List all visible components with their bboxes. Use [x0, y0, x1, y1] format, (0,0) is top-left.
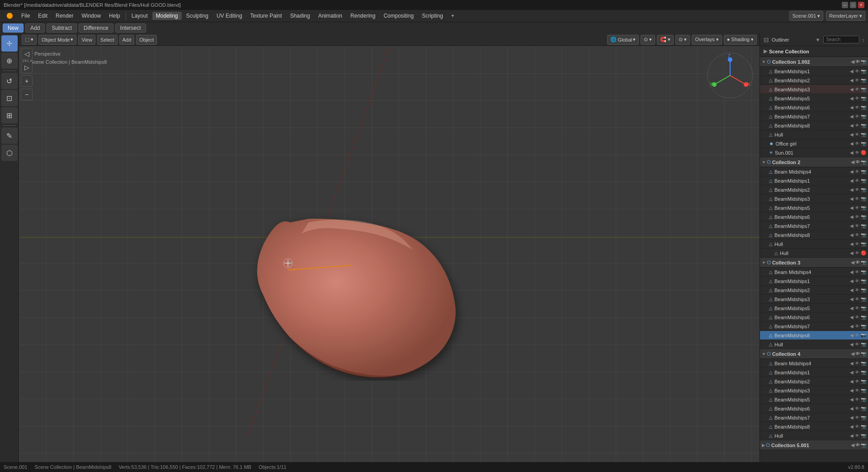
outliner-filter-icon[interactable]: ▼ — [816, 37, 821, 42]
outliner-sort-icon[interactable]: ↕ — [862, 37, 865, 42]
subtract-button[interactable]: Subtract — [47, 24, 77, 33]
col1-item-2[interactable]: △ BeamMidships3 ◀👁📷 — [760, 85, 868, 94]
col1-item-3[interactable]: △ BeamMidships5 ◀👁📷 — [760, 94, 868, 103]
editor-type-selector[interactable]: ⬚ ▾ — [22, 35, 37, 45]
col4-item-1[interactable]: △BeamMidships1◀👁📷 — [760, 368, 868, 377]
intersect-button[interactable]: Intersect — [115, 24, 146, 33]
collection-1-header[interactable]: ▼ ⬡ Collection 1.002 ◀ 👁 📷 — [760, 57, 868, 67]
menu-help[interactable]: Help — [105, 12, 124, 20]
object-menu[interactable]: Object — [136, 35, 157, 45]
view-menu[interactable]: View — [78, 35, 95, 45]
menu-texture-paint[interactable]: Texture Paint — [247, 12, 286, 20]
proportional-edit[interactable]: ⊙ ▾ — [675, 35, 690, 45]
menu-file[interactable]: File — [18, 12, 33, 20]
new-button[interactable]: New — [3, 24, 24, 33]
scene-selector[interactable]: Scene.001 ▾ — [789, 11, 824, 21]
add-menu[interactable]: Add — [119, 35, 135, 45]
item-restrict-select[interactable]: ◀ — [850, 69, 854, 74]
col2-item-1[interactable]: △BeamMidships1◀👁📷 — [760, 176, 868, 185]
collection-3-header[interactable]: ▼ ⬡ Collection 3 ◀👁📷 — [760, 258, 868, 268]
menu-render[interactable]: Render — [52, 12, 77, 20]
col3-item-4[interactable]: △BeamMidships5◀👁📷 — [760, 304, 868, 313]
snap-selector[interactable]: 🧲 ▾ — [657, 35, 674, 45]
menu-blender[interactable]: 🟠 — [3, 12, 17, 20]
col3-item-2[interactable]: △BeamMidships2◀👁📷 — [760, 286, 868, 295]
col3-item-7[interactable]: △BeamMidships8◀👁📷 — [760, 331, 868, 340]
col3-item-5[interactable]: △BeamMidships6◀👁📷 — [760, 313, 868, 322]
menu-window[interactable]: Window — [78, 12, 104, 20]
col4-item-4[interactable]: △BeamMidships5◀👁📷 — [760, 395, 868, 404]
transform-space-selector[interactable]: 🌐 Global ▾ — [607, 35, 639, 45]
outliner-content[interactable]: ▶ Scene Collection ▼ ⬡ Collection 1.002 … — [760, 46, 868, 462]
col3-item-8[interactable]: △Hull◀👁📷 — [760, 340, 868, 349]
col1-item-1[interactable]: △ BeamMidships2 ◀👁📷 — [760, 76, 868, 85]
menu-modeling[interactable]: Modeling — [152, 12, 182, 20]
col2-item-7[interactable]: △BeamMidships8◀👁📷 — [760, 231, 868, 240]
col4-item-2[interactable]: △BeamMidships2◀👁📷 — [760, 377, 868, 386]
col1-item-7[interactable]: △ Hull ◀👁📷 — [760, 130, 868, 139]
col2-item-5[interactable]: △BeamMidships6◀👁📷 — [760, 212, 868, 222]
col2-item-6[interactable]: △BeamMidships7◀👁📷 — [760, 222, 868, 231]
viewport-nav-right[interactable]: ▷ — [21, 61, 33, 73]
menu-layout[interactable]: Layout — [128, 12, 151, 20]
item-restrict-render[interactable]: 📷 — [861, 69, 866, 74]
render-layer-selector[interactable]: RenderLayer ▾ — [826, 11, 865, 21]
col1-restrict-select[interactable]: ◀ — [851, 59, 854, 64]
col1-item-6[interactable]: △ BeamMidships8 ◀👁📷 — [760, 121, 868, 130]
object-mode-selector[interactable]: Object Mode ▾ — [38, 35, 76, 45]
viewport-nav-left[interactable]: ◁ — [21, 48, 33, 60]
viewport-zoom-in[interactable]: + — [21, 75, 33, 87]
rotate-tool-button[interactable]: ↺ — [1, 73, 18, 89]
menu-compositing[interactable]: Compositing — [380, 12, 417, 20]
nav-buttons[interactable]: ◁ ▷ + − — [21, 48, 33, 100]
col4-item-5[interactable]: △BeamMidships6◀👁📷 — [760, 404, 868, 413]
col1-item-4[interactable]: △ BeamMidships6 ◀👁📷 — [760, 103, 868, 112]
difference-button[interactable]: Difference — [79, 24, 113, 33]
col1-restrict-view[interactable]: 👁 — [855, 59, 860, 64]
close-button[interactable]: ✕ — [858, 2, 864, 8]
menu-edit[interactable]: Edit — [34, 12, 51, 20]
select-menu[interactable]: Select — [97, 35, 118, 45]
col3-item-0[interactable]: △Beam Midships4◀👁📷 — [760, 268, 868, 277]
item-restrict-view[interactable]: 👁 — [855, 69, 859, 74]
maximize-button[interactable]: □ — [850, 2, 856, 8]
viewport-3d[interactable]: User Perspective (1) Scene Collection | … — [19, 46, 760, 462]
col2-item-8[interactable]: △Hull◀👁📷 — [760, 240, 868, 249]
col2-item-3[interactable]: △BeamMidships3◀👁📷 — [760, 194, 868, 203]
menu-animation[interactable]: Animation — [315, 12, 346, 20]
minimize-button[interactable]: ─ — [842, 2, 848, 8]
collection-2-header[interactable]: ▼ ⬡ Collection 2 ◀ 👁 📷 — [760, 157, 868, 167]
menu-uv-editing[interactable]: UV Editing — [213, 12, 246, 20]
menu-rendering[interactable]: Rendering — [347, 12, 379, 20]
annotate-tool-button[interactable]: ✎ — [1, 127, 18, 144]
menu-sculpting[interactable]: Sculpting — [183, 12, 212, 20]
col2-item-9[interactable]: △Hull◀👁🔴 — [760, 249, 868, 258]
col1-restrict-render[interactable]: 📷 — [861, 59, 866, 64]
col4-item-6[interactable]: △BeamMidships7◀👁📷 — [760, 413, 868, 422]
collection-5-header[interactable]: ▶ ⬡ Collection 5.001 ◀👁📷 — [760, 440, 868, 450]
col1-toggle[interactable]: ▼ — [762, 60, 766, 64]
outliner-search-input[interactable] — [823, 36, 859, 43]
move-tool-button[interactable]: ⊕ — [1, 52, 18, 69]
col4-item-3[interactable]: △BeamMidships3◀👁📷 — [760, 386, 868, 395]
col2-toggle[interactable]: ▼ — [762, 160, 766, 165]
col4-item-8[interactable]: △Hull◀👁📷 — [760, 431, 868, 440]
window-controls[interactable]: ─ □ ✕ — [842, 2, 864, 8]
transform-tool-button[interactable]: ⊞ — [1, 107, 18, 123]
menu-scripting[interactable]: Scripting — [418, 12, 447, 20]
collection-4-header[interactable]: ▼ ⬡ Collection 4 ◀👁📷 — [760, 349, 868, 359]
measure-tool-button[interactable]: ⬡ — [1, 145, 18, 161]
scale-tool-button[interactable]: ⊡ — [1, 90, 18, 106]
col2-item-2[interactable]: △BeamMidships2◀👁📷 — [760, 185, 868, 194]
col3-item-3[interactable]: △BeamMidships3◀👁📷 — [760, 295, 868, 304]
col1-item-9[interactable]: ☀ Sun.001 ◀👁🔴 — [760, 148, 868, 157]
col3-item-6[interactable]: △BeamMidships7◀👁📷 — [760, 322, 868, 331]
col4-item-0[interactable]: △Beam Midships4◀👁📷 — [760, 359, 868, 368]
pivot-point-selector[interactable]: ⊙ ▾ — [641, 35, 655, 45]
col4-item-7[interactable]: △BeamMidships8◀👁📷 — [760, 422, 868, 431]
col1-item-0[interactable]: △ BeamMidships1 ◀ 👁 📷 — [760, 67, 868, 76]
menu-shading[interactable]: Shading — [287, 12, 314, 20]
menu-add-workspace[interactable]: + — [448, 12, 458, 20]
viewport-zoom-out[interactable]: − — [21, 89, 33, 100]
col3-item-1[interactable]: △BeamMidships1◀👁📷 — [760, 277, 868, 286]
